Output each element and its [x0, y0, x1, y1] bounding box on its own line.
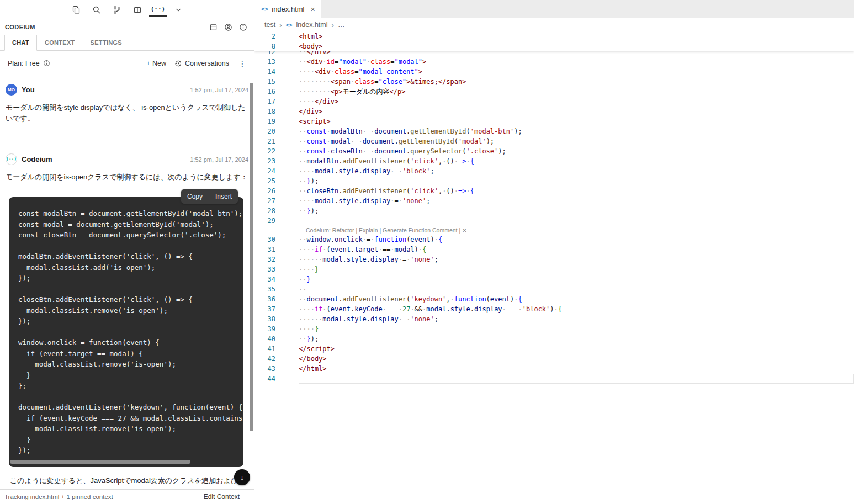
line-number[interactable]: 36 [254, 294, 275, 304]
code-line[interactable]: 37····if·(event.keyCode·===·27·&&·modal.… [254, 304, 854, 314]
code-line[interactable]: 22··const·closeBtn·=·document.querySelec… [254, 146, 854, 156]
code-line[interactable]: 29 [254, 216, 854, 226]
code-line[interactable]: 2<html> [254, 31, 854, 41]
line-content[interactable]: ····</div> [299, 97, 854, 107]
code-line[interactable]: 19<script> [254, 116, 854, 126]
code-line[interactable]: 26··closeBtn.addEventListener('click',·(… [254, 186, 854, 196]
line-content[interactable]: ····} [299, 264, 854, 274]
line-content[interactable]: <body> [299, 41, 854, 51]
copy-icon[interactable] [71, 4, 82, 16]
line-number[interactable]: 20 [254, 126, 275, 136]
code-line[interactable]: 28··}); [254, 206, 854, 216]
edit-context-button[interactable]: Edit Context [204, 493, 240, 501]
line-number[interactable]: 15 [254, 77, 275, 87]
codeium-view-icon[interactable]: (··) [152, 4, 163, 16]
more-actions-icon[interactable]: ⋮ [237, 59, 247, 68]
line-content[interactable] [299, 216, 854, 226]
code-line[interactable]: 20··const·modalBtn·=·document.getElement… [254, 126, 854, 136]
line-content[interactable]: ········<p>モーダルの内容</p> [299, 87, 854, 97]
info-icon[interactable] [238, 23, 247, 31]
line-content[interactable]: ··}); [299, 206, 854, 216]
code-line[interactable]: 27····modal.style.display·=·'none'; [254, 196, 854, 206]
insert-button[interactable]: Insert [209, 189, 238, 204]
line-content[interactable]: ········<span·class="close">&times;</spa… [299, 77, 854, 87]
code-line[interactable]: 42</body> [254, 354, 854, 364]
code-line[interactable]: 14····<div·class="modal-content"> [254, 67, 854, 77]
line-number[interactable]: 30 [254, 235, 275, 245]
line-content[interactable]: ····modal.style.display·=·'block'; [299, 166, 854, 176]
line-content[interactable]: ··<div·id="modal"·class="modal"> [299, 57, 854, 67]
line-content[interactable]: ····if·(event.keyCode·===·27·&&·modal.st… [299, 304, 854, 314]
line-content[interactable] [299, 374, 854, 384]
line-content[interactable]: ····if·(event.target·==·modal)·{ [299, 245, 854, 254]
plan-info-icon[interactable] [43, 60, 50, 67]
code-line[interactable]: 36··document.addEventListener('keydown',… [254, 294, 854, 304]
line-content[interactable]: </div> [299, 107, 854, 116]
code-line[interactable]: 17····</div> [254, 97, 854, 107]
code-line[interactable]: 18</div> [254, 107, 854, 116]
line-number[interactable]: 31 [254, 245, 275, 254]
line-content[interactable]: ··const·closeBtn·=·document.querySelecto… [299, 146, 854, 156]
layout-icon[interactable] [132, 4, 143, 16]
line-number[interactable]: 23 [254, 156, 275, 166]
code-line[interactable]: 15········<span·class="close">&times;</s… [254, 77, 854, 87]
line-number[interactable]: 25 [254, 176, 275, 186]
line-number[interactable]: 14 [254, 67, 275, 77]
code-line[interactable]: 25··}); [254, 176, 854, 186]
account-icon[interactable] [224, 23, 232, 31]
conversations-button[interactable]: Conversations [174, 60, 229, 67]
breadcrumb-file[interactable]: index.html [296, 21, 328, 29]
line-content[interactable]: <script> [299, 116, 854, 126]
line-number[interactable]: 2 [254, 31, 275, 41]
line-content[interactable]: ······modal.style.display·=·'none'; [299, 254, 854, 264]
line-number[interactable]: 29 [254, 216, 275, 226]
code-line[interactable]: 31····if·(event.target·==·modal)·{ [254, 245, 854, 254]
line-number[interactable]: 37 [254, 304, 275, 314]
line-number[interactable]: 41 [254, 344, 275, 354]
code-line[interactable]: 8<body> [254, 41, 854, 51]
code-line[interactable]: 44 [254, 374, 854, 384]
line-content[interactable]: </script> [299, 344, 854, 354]
line-number[interactable]: 13 [254, 57, 275, 67]
scroll-to-bottom-button[interactable]: ↓ [234, 469, 250, 485]
code-line[interactable]: 38······modal.style.display·=·'none'; [254, 314, 854, 324]
chevron-down-icon[interactable] [173, 4, 184, 16]
line-number[interactable]: 38 [254, 314, 275, 324]
codeium-codelens[interactable]: Codeium: Refactor | Explain | Generate F… [306, 227, 467, 234]
line-number[interactable]: 42 [254, 354, 275, 364]
line-number[interactable]: 34 [254, 274, 275, 284]
breadcrumb-symbol[interactable]: … [338, 21, 345, 29]
line-content[interactable]: ····modal.style.display·=·'none'; [299, 196, 854, 206]
line-content[interactable]: ······modal.style.display·=·'none'; [299, 314, 854, 324]
line-content[interactable]: ··window.onclick·=·function(event)·{ [299, 235, 854, 245]
line-number[interactable]: 21 [254, 136, 275, 146]
line-content[interactable]: </body> [299, 354, 854, 364]
line-number[interactable]: 28 [254, 206, 275, 216]
line-content[interactable]: ····} [299, 324, 854, 334]
line-number[interactable]: 17 [254, 97, 275, 107]
code-line[interactable]: 13··<div·id="modal"·class="modal"> [254, 57, 854, 67]
line-number[interactable]: 27 [254, 196, 275, 206]
line-content[interactable]: ··}); [299, 176, 854, 186]
chat-scrollbar-thumb[interactable] [250, 83, 253, 431]
line-number[interactable]: 24 [254, 166, 275, 176]
code-line[interactable]: 35·· [254, 284, 854, 294]
close-tab-icon[interactable]: × [311, 6, 315, 13]
line-number[interactable]: 33 [254, 264, 275, 274]
line-number[interactable]: 18 [254, 107, 275, 116]
code-line[interactable]: 30··window.onclick·=·function(event)·{ [254, 235, 854, 245]
code-line[interactable]: 33····} [254, 264, 854, 274]
code-line[interactable]: 23··modalBtn.addEventListener('click',·(… [254, 156, 854, 166]
line-content[interactable]: <html> [299, 31, 854, 41]
line-content[interactable]: ··modalBtn.addEventListener('click',·()·… [299, 156, 854, 166]
line-content[interactable]: ··} [299, 274, 854, 284]
line-content[interactable]: </html> [299, 364, 854, 374]
line-number[interactable]: 35 [254, 284, 275, 294]
chat-code[interactable]: const modalBtn = document.getElementById… [9, 197, 243, 467]
tab-context[interactable]: CONTEXT [37, 35, 83, 51]
editor-code-area[interactable]: 2<html>8<body> 12··</div>13··<div·id="mo… [254, 31, 854, 504]
code-line[interactable]: 39····} [254, 324, 854, 334]
copy-button[interactable]: Copy [181, 189, 209, 204]
search-icon[interactable] [91, 4, 102, 16]
new-conversation-button[interactable]: + New [146, 60, 166, 67]
